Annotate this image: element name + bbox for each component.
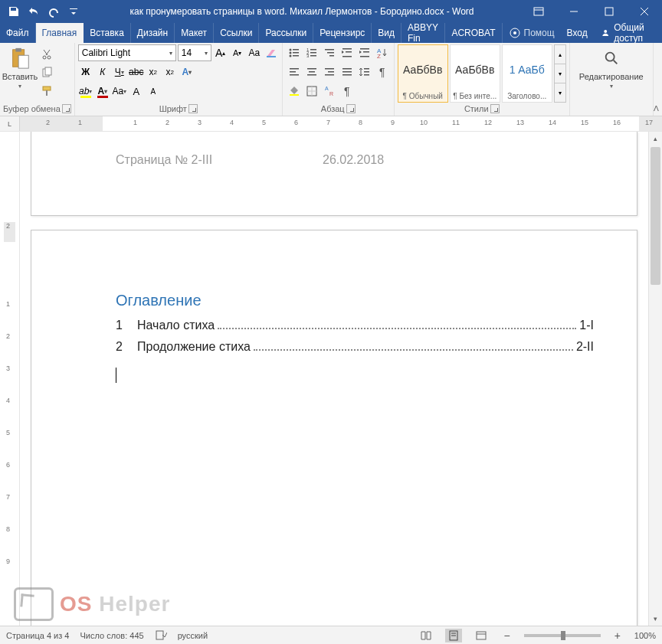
svg-rect-36 [342,56,352,57]
paste-button[interactable]: Вставить ▾ [3,44,37,91]
editing-button[interactable]: Редактирование ▾ [573,44,650,91]
style-normal[interactable]: АаБбВв ¶ Обычный [398,44,448,103]
grow-font-button[interactable]: A▴ [213,44,228,61]
tab-view[interactable]: Вид [372,23,401,43]
change-case-button-2[interactable]: Aa▾ [112,83,127,100]
change-case-button[interactable]: Aa [247,44,262,61]
document-scroll[interactable]: Страница № 2-III 26.02.2018 Оглавление 1… [20,132,648,626]
tab-design[interactable]: Дизайн [131,23,175,43]
align-center-button[interactable] [303,64,320,80]
shrink-font-button-2[interactable]: A [146,83,161,100]
grow-font-button-2[interactable]: A [129,83,144,100]
bold-button[interactable]: Ж [78,64,93,80]
strikethrough-button[interactable]: abc [129,64,144,80]
undo-button[interactable] [25,2,43,21]
qat-customize-button[interactable] [64,2,83,21]
tab-home[interactable]: Главная [36,23,84,43]
tab-references[interactable]: Ссылки [214,23,259,43]
numbering-button[interactable]: 123 [303,44,320,61]
view-read-mode[interactable] [418,629,434,642]
zoom-in-button[interactable]: + [611,629,624,642]
format-painter-button[interactable] [38,83,55,100]
sort-button[interactable]: AZ [374,44,391,61]
ribbon: Вставить ▾ Буфер обмена Calibri Light▾ 1… [0,43,662,116]
zoom-level[interactable]: 100% [634,631,656,640]
zoom-out-button[interactable]: − [500,629,513,642]
borders-button[interactable] [303,83,320,100]
styles-expand[interactable]: ▾ [555,83,565,102]
shading-button[interactable] [286,83,303,100]
sort-button-2[interactable]: AR [321,83,338,100]
increase-indent-button[interactable] [356,44,373,61]
font-name-combo[interactable]: Calibri Light▾ [78,44,176,61]
style-heading1[interactable]: 1 АаБб Заголово... [502,44,552,103]
cut-button[interactable] [38,46,55,63]
decrease-indent-button[interactable] [339,44,356,61]
shrink-font-button[interactable]: A▾ [230,44,245,61]
pilcrow-button[interactable]: ¶ [339,83,356,100]
tab-layout[interactable]: Макет [175,23,214,43]
superscript-button[interactable]: x2 [162,64,178,80]
multilevel-button[interactable] [321,44,338,61]
highlight-button[interactable]: ab▾ [78,83,93,100]
scroll-up-button[interactable]: ▴ [649,132,662,145]
bullets-button[interactable] [286,44,303,61]
editing-label: Редактирование [579,72,644,81]
styles-scrollbar: ▴ ▾ ▾ [554,44,566,103]
collapse-ribbon-button[interactable]: ᐱ [654,104,659,113]
scroll-down-button[interactable]: ▾ [649,612,662,626]
h-ruler[interactable]: 1 2 1 2 3 4 5 6 7 8 9 10 11 12 13 14 15 … [20,116,662,131]
line-spacing-button[interactable] [356,64,373,80]
ribbon-options-button[interactable] [521,0,556,23]
font-color-button[interactable]: A▾ [95,83,110,100]
styles-scroll-up[interactable]: ▴ [555,45,565,64]
status-words[interactable]: Число слов: 445 [80,631,143,640]
tab-acrobat[interactable]: ACROBAT [445,23,502,43]
tab-file[interactable]: Файл [0,23,36,43]
clear-formatting-button[interactable] [264,44,279,61]
close-button[interactable] [627,0,662,23]
font-size-combo[interactable]: 14▾ [178,44,211,61]
italic-button[interactable]: К [95,64,110,80]
svg-rect-47 [307,74,316,76]
status-proofing-icon[interactable] [155,629,167,642]
tab-mailings[interactable]: Рассылки [259,23,313,43]
tab-review[interactable]: Рецензирс [313,23,372,43]
status-language[interactable]: русский [178,631,208,640]
scroll-thumb[interactable] [651,147,660,285]
show-marks-button[interactable]: ¶ [374,64,391,80]
tab-selector[interactable]: L [0,116,20,131]
svg-rect-3 [605,8,613,15]
copy-button[interactable] [38,64,55,81]
tab-abbyy[interactable]: ABBYY Fin [401,23,445,43]
styles-scroll-down[interactable]: ▾ [555,64,565,83]
tell-me[interactable]: Помощ [503,23,561,43]
style-no-spacing[interactable]: АаБбВв ¶ Без инте... [450,44,500,103]
sign-in[interactable]: Вход [561,23,594,43]
maximize-button[interactable] [592,0,627,23]
save-button[interactable] [5,2,23,21]
text-effects-button[interactable]: A▾ [179,64,195,80]
align-right-button[interactable] [321,64,338,80]
zoom-slider[interactable] [524,634,601,637]
justify-button[interactable] [339,64,356,80]
underline-button[interactable]: Ч▾ [112,64,127,80]
subscript-button[interactable]: x2 [146,64,161,80]
minimize-button[interactable] [556,0,592,23]
tab-insert[interactable]: Вставка [84,23,131,43]
view-web-layout[interactable] [473,629,490,642]
zoom-thumb[interactable] [561,631,565,640]
clipboard-dialog-launcher[interactable] [62,104,71,113]
view-print-layout[interactable] [445,629,462,642]
redo-button[interactable] [44,2,63,21]
svg-rect-50 [325,74,334,76]
paragraph-dialog-launcher[interactable] [346,104,356,113]
share-button[interactable]: Общий доступ [594,23,662,43]
vertical-scrollbar[interactable]: ▴ ▾ [648,132,662,626]
status-page[interactable]: Страница 4 из 4 [6,631,69,640]
ruler-vertical[interactable]: 2 1 2 3 4 5 6 7 8 9 [0,132,20,626]
font-dialog-launcher[interactable] [188,104,198,113]
page-current[interactable]: Оглавление 1 Начало стиха 1-I 2 Продолже… [31,230,637,626]
align-left-button[interactable] [286,64,303,80]
styles-dialog-launcher[interactable] [490,104,500,113]
